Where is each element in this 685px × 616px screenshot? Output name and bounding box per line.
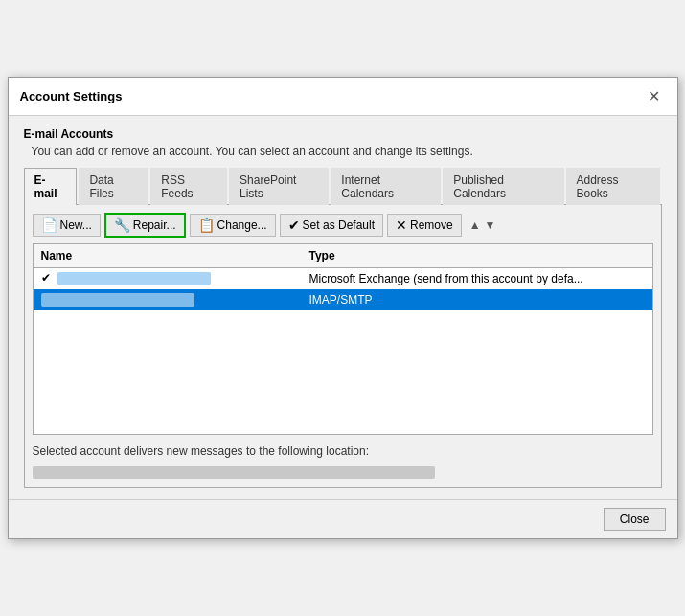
dialog-body: E-mail Accounts You can add or remove an… <box>9 116 677 500</box>
new-label: New... <box>60 218 92 232</box>
deliver-section: Selected account delivers new messages t… <box>33 445 653 480</box>
tab-bar: E-mail Data Files RSS Feeds SharePoint L… <box>24 168 662 205</box>
account-type-cell: Microsoft Exchange (send from this accou… <box>302 270 652 287</box>
remove-button[interactable]: ✕ Remove <box>387 214 462 237</box>
move-up-icon[interactable]: ▲ <box>469 218 481 232</box>
new-icon: 📄 <box>41 217 57 233</box>
close-button[interactable]: Close <box>604 508 666 531</box>
deliver-label: Selected account delivers new messages t… <box>33 445 653 458</box>
repair-icon: 🔧 <box>114 217 130 233</box>
email-tab-content: 📄 New... 🔧 Repair... 📋 Change... ✔ Set a… <box>24 205 662 489</box>
repair-label: Repair... <box>133 218 176 232</box>
account-settings-dialog: Account Settings ✕ E-mail Accounts You c… <box>8 77 678 540</box>
table-row[interactable]: ✔ Microsoft Exchange (send from this acc… <box>34 268 652 289</box>
check-icon: ✔ <box>288 217 300 233</box>
new-button[interactable]: 📄 New... <box>33 214 101 237</box>
footer: Close <box>9 499 677 538</box>
section-desc: You can add or remove an account. You ca… <box>24 145 662 158</box>
tab-sharepoint[interactable]: SharePoint Lists <box>229 168 329 205</box>
move-down-icon[interactable]: ▼ <box>485 218 496 232</box>
change-button[interactable]: 📋 Change... <box>190 214 276 237</box>
tab-published-calendars[interactable]: Published Calendars <box>443 168 563 205</box>
col-header-name: Name <box>34 247 302 264</box>
table-header: Name Type <box>34 244 652 268</box>
account-name-blurred <box>41 293 194 307</box>
repair-button[interactable]: 🔧 Repair... <box>104 213 186 238</box>
account-name-cell: ✔ <box>34 269 302 287</box>
dialog-title: Account Settings <box>20 89 123 103</box>
remove-label: Remove <box>410 218 453 232</box>
account-name-blurred <box>57 272 211 285</box>
deliver-path-blurred <box>33 466 435 479</box>
col-header-type: Type <box>302 247 652 264</box>
change-icon: 📋 <box>198 217 215 233</box>
remove-icon: ✕ <box>396 217 407 233</box>
set-default-label: Set as Default <box>303 218 375 232</box>
account-list: Name Type ✔ Microsoft Exchange (send fro… <box>33 243 653 435</box>
set-default-button[interactable]: ✔ Set as Default <box>280 214 383 237</box>
tab-internet-calendars[interactable]: Internet Calendars <box>331 168 441 205</box>
toolbar: 📄 New... 🔧 Repair... 📋 Change... ✔ Set a… <box>33 213 653 238</box>
tab-email[interactable]: E-mail <box>24 168 78 205</box>
title-bar: Account Settings ✕ <box>9 78 677 116</box>
account-name-cell <box>34 290 302 308</box>
title-close-button[interactable]: ✕ <box>642 85 666 107</box>
tab-data-files[interactable]: Data Files <box>79 168 148 205</box>
table-row[interactable]: IMAP/SMTP <box>34 289 652 310</box>
section-title: E-mail Accounts <box>24 127 662 141</box>
change-label: Change... <box>217 218 267 232</box>
default-checkmark: ✔ <box>41 271 51 285</box>
tab-address-books[interactable]: Address Books <box>566 168 660 205</box>
account-type-cell: IMAP/SMTP <box>302 291 652 308</box>
tab-rss-feeds[interactable]: RSS Feeds <box>150 168 227 205</box>
